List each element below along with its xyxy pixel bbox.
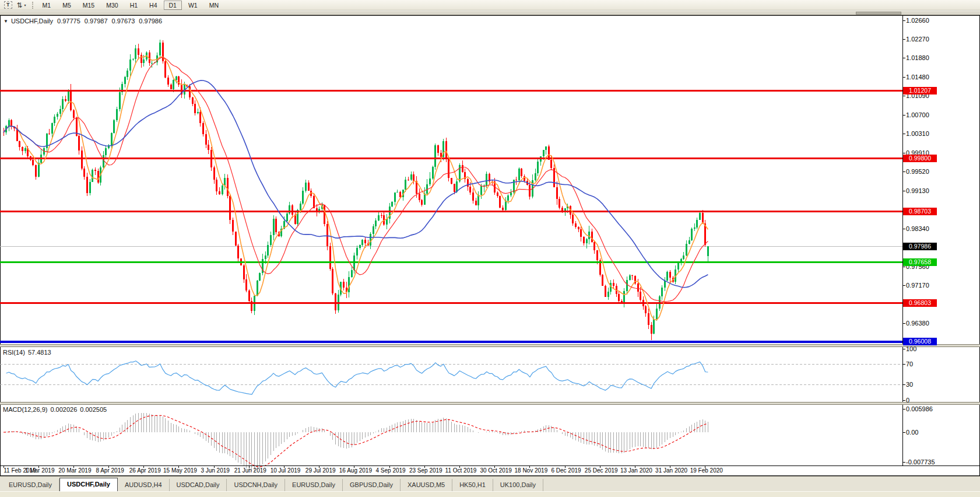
time-axis-label: 8 Apr 2019 [92, 467, 129, 474]
rsi-axis-label: 0 [906, 397, 909, 404]
timeframe-button-m15[interactable]: M15 [78, 1, 100, 10]
pane-separator-macd[interactable] [0, 402, 980, 405]
price-axis-label: 0.97170 [906, 282, 929, 289]
chart-tab[interactable]: HK50,H1 [452, 479, 493, 491]
ohlc-open: 0.97775 [57, 18, 80, 24]
chart-tabs-bar: EURUSD,DailyUSDCHF,DailyAUDUSD,H4USDCAD,… [0, 476, 980, 491]
toolbar-grip[interactable] [32, 2, 33, 9]
timeframe-button-h1[interactable]: H1 [125, 1, 143, 10]
price-level-badge: 0.96008 [903, 338, 937, 345]
caret-down-icon: ▾ [24, 3, 26, 7]
ohlc-close: 0.97986 [139, 18, 162, 24]
time-axis-label: 16 Aug 2019 [337, 467, 374, 474]
price-axis-label: 1.02270 [906, 36, 929, 43]
time-axis-label: 1 Mar 2019 [21, 467, 58, 474]
time-axis-label: 13 Jan 2020 [617, 467, 655, 474]
chart-tab[interactable]: EURUSD,Daily [285, 479, 343, 491]
time-axis-label: 19 Feb 2020 [688, 467, 725, 474]
time-axis-label: 26 Apr 2019 [127, 467, 164, 474]
timeframe-button-d1[interactable]: D1 [164, 1, 182, 10]
price-axis-label: 0.96380 [906, 320, 929, 327]
text-tool-icon: T [4, 1, 12, 9]
arrows-icon: ⇅ [17, 2, 23, 9]
time-axis-label: 6 Dec 2019 [547, 467, 585, 474]
collapse-arrow-icon[interactable]: ▼ [3, 19, 8, 24]
timeframe-button-m5[interactable]: M5 [57, 1, 76, 10]
status-bar [0, 491, 980, 497]
time-axis-label: 25 Dec 2019 [582, 467, 620, 474]
current-price-badge: 0.97986 [903, 243, 937, 250]
chart-tab[interactable]: XAUUSD,M5 [401, 479, 452, 491]
chart-tab[interactable]: AUDUSD,H4 [118, 479, 170, 491]
timeframe-button-m1[interactable]: M1 [37, 1, 57, 10]
time-axis-label: 15 May 2019 [161, 467, 199, 474]
ohlc-low: 0.97673 [112, 18, 135, 24]
price-axis-label: 0.99130 [906, 187, 929, 195]
rsi-axis-label: 100 [906, 345, 916, 353]
timeframe-button-w1[interactable]: W1 [183, 1, 203, 10]
macd-axis-label: 0.00 [906, 429, 918, 436]
timeframe-button-h4[interactable]: H4 [144, 1, 162, 10]
timeframe-toolbar: M1M5M15M30H1H4D1W1MN [37, 1, 224, 10]
price-level-badge: 0.96803 [903, 299, 937, 307]
rsi-axis-label: 30 [906, 381, 913, 388]
chart-tab[interactable]: EURUSD,Daily [2, 479, 59, 491]
toolbar: T ⇅ ▾ M1M5M15M30H1H4D1W1MN [0, 0, 980, 10]
chart-tab[interactable]: GBPUSD,Daily [343, 479, 401, 491]
mt4-window: T ⇅ ▾ M1M5M15M30H1H4D1W1MN ▼ USDCHF,Dail… [0, 0, 980, 497]
timeframe-button-m30[interactable]: M30 [101, 1, 123, 10]
price-level-badge: 0.98703 [903, 208, 937, 215]
price-axis-label: 1.00700 [906, 111, 929, 119]
timeframe-button-mn[interactable]: MN [204, 1, 224, 10]
time-axis-label: 29 Jul 2019 [302, 467, 339, 474]
macd-axis-label: 0.005986 [906, 405, 933, 413]
time-axis-label: 18 Nov 2019 [512, 467, 550, 474]
text-tool-button[interactable]: T [2, 1, 15, 9]
price-axis-label: 0.99520 [906, 168, 929, 176]
pane-separator-rsi[interactable] [0, 344, 980, 347]
price-level-badge: 0.97658 [903, 258, 937, 266]
symbol-period-label: USDCHF,Daily [11, 18, 53, 24]
price-axis-label: 1.00310 [906, 130, 929, 138]
price-level-badge: 1.01207 [903, 87, 937, 94]
rsi-label: RSI(14)57.4813 [3, 349, 54, 356]
price-axis-label: 1.02660 [906, 17, 929, 24]
macd-label: MACD(12,26,9)0.0020260.002505 [3, 406, 110, 413]
chart-tab[interactable]: USDCNH,Daily [227, 479, 285, 491]
arrows-tool-button[interactable]: ⇅ ▾ [15, 1, 29, 9]
time-axis-label: 11 Oct 2019 [442, 467, 479, 474]
chart-title: ▼ USDCHF,Daily 0.97775 0.97987 0.97673 0… [3, 18, 162, 24]
chart-canvas[interactable] [0, 15, 980, 476]
chart-tab[interactable]: USDCAD,Daily [170, 479, 227, 491]
price-axis-label: 1.01480 [906, 74, 929, 81]
price-axis-label: 0.98340 [906, 225, 929, 233]
time-axis-label: 31 Jan 2020 [653, 467, 690, 474]
rsi-axis-label: 70 [906, 360, 913, 368]
time-axis-label: 21 Jun 2019 [231, 467, 269, 474]
price-axis-label: 1.01880 [906, 54, 929, 62]
time-axis-label: 3 Jun 2019 [196, 467, 234, 474]
time-axis-label: 23 Sep 2019 [407, 467, 444, 474]
hscrollbar-thumb[interactable] [856, 12, 901, 15]
chart-tab[interactable]: USDCHF,Daily [59, 478, 118, 491]
chart-hscrollbar[interactable] [0, 10, 980, 15]
time-axis-label: 20 Mar 2019 [56, 467, 93, 474]
price-level-badge: 0.99800 [903, 155, 937, 162]
chart-window: ▼ USDCHF,Daily 0.97775 0.97987 0.97673 0… [0, 15, 980, 476]
time-axis-label: 10 Jul 2019 [267, 467, 304, 474]
macd-axis-label: -0.007735 [906, 459, 935, 466]
chart-tab[interactable]: UK100,Daily [493, 479, 543, 491]
time-axis-label: 30 Oct 2019 [477, 467, 515, 474]
time-axis-label: 4 Sep 2019 [372, 467, 409, 474]
ohlc-high: 0.97987 [85, 18, 108, 24]
